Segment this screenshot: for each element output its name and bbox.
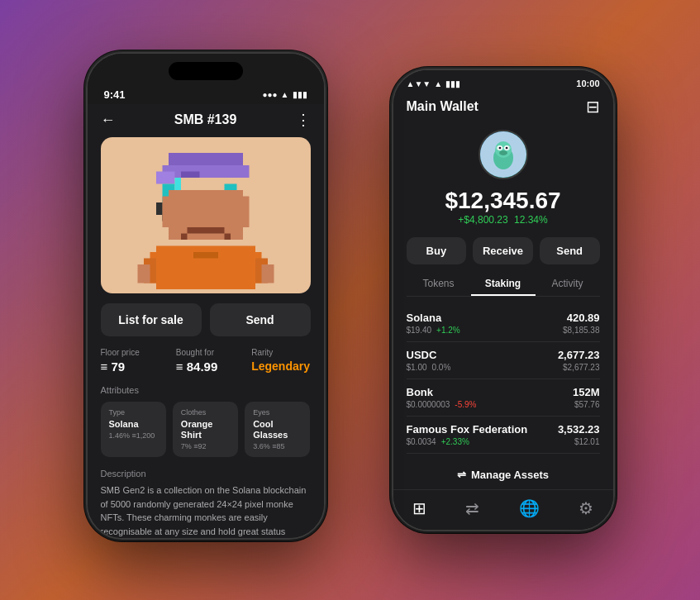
status-icons-right: ▲▼▼ ▲ ▮▮▮ <box>407 79 461 88</box>
asset-row-usdc[interactable]: USDC $1.00 0.0% 2,677.23 $2,677.23 <box>407 342 600 379</box>
asset-value-fff: $12.01 <box>558 437 600 446</box>
manage-assets-label: Manage Assets <box>471 469 549 481</box>
wifi-icon-right: ▲ <box>434 79 442 88</box>
svg-point-34 <box>499 150 507 155</box>
asset-amount-fff: 3,532.23 <box>558 423 600 436</box>
asset-price-fff: $0.0034 <box>407 437 436 446</box>
asset-row-fff[interactable]: Famous Fox Federation $0.0034 +2.33% 3,5… <box>407 417 600 454</box>
send-button-left[interactable]: Send <box>210 303 311 336</box>
home-icon: ⊞ <box>412 498 426 518</box>
status-time-left: 9:41 <box>104 88 126 101</box>
avatar-container <box>393 130 613 179</box>
nav-header-left: ← SMB #139 ⋮ <box>88 104 324 137</box>
attr-clothes-value: Orange Shirt <box>181 419 230 440</box>
svg-point-32 <box>498 147 501 150</box>
nft-pixel-art <box>131 140 280 289</box>
signal-icon-right: ▲▼▼ <box>407 79 431 88</box>
floor-price-value: ≡ 79 <box>101 360 160 374</box>
wallet-actions: Buy Receive Send <box>407 237 600 264</box>
phones-container: 9:41 ●●● ▲ ▮▮▮ ← SMB #139 ⋮ <box>36 19 664 581</box>
attr-type-label: Type <box>109 408 158 417</box>
nav-tab-browser[interactable]: 🌐 <box>519 498 540 518</box>
attributes-row: Type Solana 1.46% ≡1,200 Clothes Orange … <box>101 402 311 457</box>
attr-clothes-card: Clothes Orange Shirt 7% ≡92 <box>173 402 238 457</box>
browser-icon: 🌐 <box>519 498 540 518</box>
asset-price-row-bonk: $0.0000003 -5.9% <box>407 400 477 409</box>
balance-change: +$4,800.23 12.34% <box>393 214 613 226</box>
receive-button[interactable]: Receive <box>473 237 533 264</box>
description-text: SMB Gen2 is a collection on the Solana b… <box>101 483 311 538</box>
status-bar-left-content: 9:41 ●●● ▲ ▮▮▮ <box>88 87 324 104</box>
asset-left-bonk: Bonk $0.0000003 -5.9% <box>407 386 477 409</box>
screen-left: 9:41 ●●● ▲ ▮▮▮ ← SMB #139 ⋮ <box>88 54 324 538</box>
nft-image-container <box>101 137 311 293</box>
svg-rect-4 <box>181 172 200 179</box>
description-section: Description SMB Gen2 is a collection on … <box>101 469 311 538</box>
battery-icon-left: ▮▮▮ <box>293 90 307 99</box>
attr-type-stats: 1.46% ≡1,200 <box>109 431 158 440</box>
phone-left: 9:41 ●●● ▲ ▮▮▮ ← SMB #139 ⋮ <box>86 52 326 540</box>
asset-amount-usdc: 2,677.23 <box>558 349 600 361</box>
menu-button[interactable]: ⋮ <box>296 111 311 129</box>
asset-value-solana: $8,185.38 <box>563 326 600 335</box>
wifi-icon-left: ▲ <box>281 90 289 99</box>
attr-clothes-stats: 7% ≡92 <box>181 442 230 450</box>
attr-eyes-value: Cool Glasses <box>253 419 302 440</box>
asset-change-solana: +1.2% <box>436 326 460 335</box>
nav-tab-home[interactable]: ⊞ <box>412 498 426 518</box>
asset-right-fff: 3,532.23 $12.01 <box>558 423 600 446</box>
svg-rect-12 <box>174 178 181 190</box>
svg-rect-26 <box>261 264 274 283</box>
attributes-label: Attributes <box>101 385 311 395</box>
asset-amount-solana: 420.89 <box>563 312 600 324</box>
status-icons-left: ●●● ▲ ▮▮▮ <box>262 90 307 99</box>
list-for-sale-button[interactable]: List for sale <box>101 303 202 336</box>
avatar <box>479 130 528 179</box>
svg-rect-8 <box>156 202 163 215</box>
asset-row-solana[interactable]: Solana $19.40 +1.2% 420.89 $8,185.38 <box>407 305 600 342</box>
asset-right-solana: 420.89 $8,185.38 <box>563 312 600 335</box>
asset-name-bonk: Bonk <box>407 386 477 398</box>
asset-price-usdc: $1.00 <box>407 363 427 372</box>
manage-assets-icon: ⇌ <box>457 469 466 481</box>
svg-rect-16 <box>187 227 224 234</box>
balance-change-pct: 12.34% <box>514 214 548 226</box>
rarity-stat: Rarity Legendary <box>251 348 310 374</box>
tab-tokens[interactable]: Tokens <box>407 273 471 296</box>
qr-button[interactable]: ⊟ <box>586 97 600 117</box>
battery-icon-right: ▮▮▮ <box>445 79 460 88</box>
bought-for-label: Bought for <box>176 348 235 357</box>
svg-rect-17 <box>181 234 188 240</box>
send-button-right[interactable]: Send <box>540 237 600 264</box>
asset-price-row-usdc: $1.00 0.0% <box>407 363 451 372</box>
buy-button[interactable]: Buy <box>407 237 467 264</box>
manage-assets-button[interactable]: ⇌ Manage Assets <box>393 460 613 489</box>
asset-price-row-solana: $19.40 +1.2% <box>407 326 460 335</box>
dynamic-island <box>169 62 243 80</box>
balance-amount: $12,345.67 <box>393 188 613 214</box>
balance-change-amount: +$4,800.23 <box>458 214 507 226</box>
asset-row-bonk[interactable]: Bonk $0.0000003 -5.9% 152M $57.76 <box>407 379 600 417</box>
settings-icon: ⚙ <box>579 498 593 518</box>
attr-type-card: Type Solana 1.46% ≡1,200 <box>101 402 166 457</box>
svg-rect-15 <box>236 197 249 228</box>
asset-list: Solana $19.40 +1.2% 420.89 $8,185.38 USD… <box>393 305 613 460</box>
tab-activity[interactable]: Activity <box>536 273 600 296</box>
nav-tab-swap[interactable]: ⇄ <box>465 498 479 518</box>
tabs-row: Tokens Staking Activity <box>407 273 600 297</box>
balance-section: $12,345.67 +$4,800.23 12.34% <box>393 188 613 226</box>
action-buttons: List for sale Send <box>101 303 311 336</box>
tab-staking[interactable]: Staking <box>471 273 536 296</box>
asset-left-fff: Famous Fox Federation $0.0034 +2.33% <box>407 423 528 446</box>
back-button[interactable]: ← <box>101 112 116 129</box>
rarity-label: Rarity <box>251 348 310 357</box>
svg-point-33 <box>505 147 507 150</box>
nav-tab-settings[interactable]: ⚙ <box>579 498 593 518</box>
asset-name-fff: Famous Fox Federation <box>407 423 528 436</box>
attr-type-value: Solana <box>109 419 158 430</box>
attr-eyes-stats: 3.6% ≡85 <box>253 442 302 450</box>
description-label: Description <box>101 469 311 479</box>
asset-left-usdc: USDC $1.00 0.0% <box>407 349 451 372</box>
asset-price-row-fff: $0.0034 +2.33% <box>407 437 528 446</box>
svg-rect-2 <box>162 165 249 178</box>
